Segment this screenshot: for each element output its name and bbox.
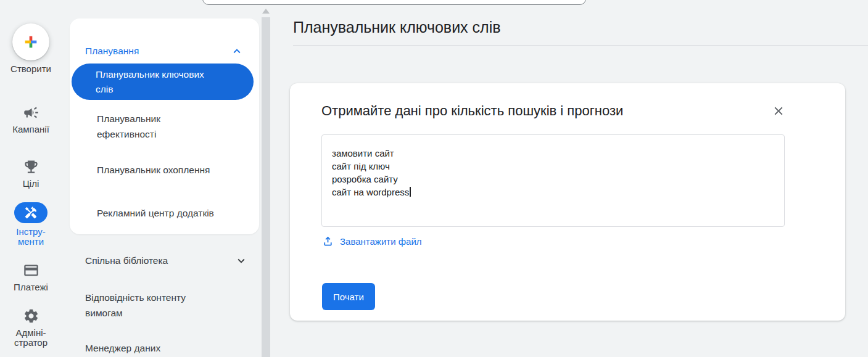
upload-icon (321, 235, 334, 248)
forecast-card: Отримайте дані про кількість пошуків і п… (290, 83, 845, 321)
start-button[interactable]: Почати (322, 283, 375, 310)
rail-label-billing: Платежі (0, 282, 62, 292)
nav-section-shared-library[interactable]: Спільна бібліотека (85, 254, 248, 268)
text-cursor (410, 187, 411, 197)
create-circle (12, 23, 49, 60)
rail-label-create: Створити (0, 64, 62, 74)
close-icon (772, 104, 785, 118)
credit-card-icon (23, 262, 39, 279)
nav-item-data-manager[interactable]: Менеджер даних (85, 340, 160, 356)
nav-section-shared-library-label: Спільна бібліотека (85, 255, 168, 266)
close-button[interactable] (771, 104, 786, 118)
megaphone-icon (23, 104, 39, 121)
trophy-icon (23, 158, 39, 175)
rail-label-campaigns: Кампанії (0, 125, 62, 134)
google-plus-icon (22, 33, 39, 51)
nav-section-planning-label: Планування (85, 46, 139, 57)
nav-panel: Планування Планувальник ключових слів Пл… (70, 18, 259, 234)
tools-selected-pill (14, 202, 48, 223)
title-divider (293, 45, 868, 46)
page-title: Планувальник ключових слів (293, 18, 501, 36)
rail-item-billing[interactable]: Платежі (0, 261, 62, 292)
nav-scrollbar[interactable] (260, 7, 271, 357)
upload-label: Завантажити файл (340, 236, 422, 247)
nav-item-content-suitability[interactable]: Відповідність контенту вимогам (85, 290, 186, 321)
left-icon-rail: Створити Кампанії Цілі (0, 0, 62, 357)
create-button[interactable]: Створити (0, 23, 62, 74)
upload-file-link[interactable]: Завантажити файл (321, 235, 422, 248)
scrollbar-up-arrow[interactable] (262, 9, 270, 14)
nav-item-keyword-planner[interactable]: Планувальник ключових слів (72, 64, 254, 100)
nav-section-planning[interactable]: Планування (85, 44, 244, 58)
rail-item-admin[interactable]: Адміні- стратор (0, 307, 62, 348)
chevron-down-icon (234, 254, 248, 268)
nav-item-performance-planner[interactable]: Планувальник ефективності (97, 111, 160, 142)
rail-label-goals: Цілі (0, 179, 62, 189)
rail-label-tools: Інстру- менти (0, 227, 62, 247)
tools-icon (24, 206, 38, 220)
rail-item-goals[interactable]: Цілі (0, 158, 62, 189)
nav-item-reach-planner[interactable]: Планувальник охоплення (97, 162, 210, 178)
chevron-up-icon (230, 44, 244, 58)
nav-item-app-ads-hub[interactable]: Рекламний центр додатків (97, 205, 214, 221)
rail-label-admin: Адміні- стратор (0, 328, 62, 348)
scrollbar-thumb[interactable] (262, 17, 270, 357)
keywords-text: замовити сайт сайт під ключ розробка сай… (332, 148, 409, 197)
gear-icon (23, 308, 39, 324)
main-content: Планувальник ключових слів Отримайте дан… (271, 0, 868, 357)
rail-item-campaigns[interactable]: Кампанії (0, 104, 62, 134)
card-title: Отримайте дані про кількість пошуків і п… (321, 103, 623, 119)
rail-item-tools[interactable]: Інстру- менти (0, 202, 62, 247)
keywords-textarea[interactable]: замовити сайт сайт під ключ розробка сай… (321, 134, 785, 227)
